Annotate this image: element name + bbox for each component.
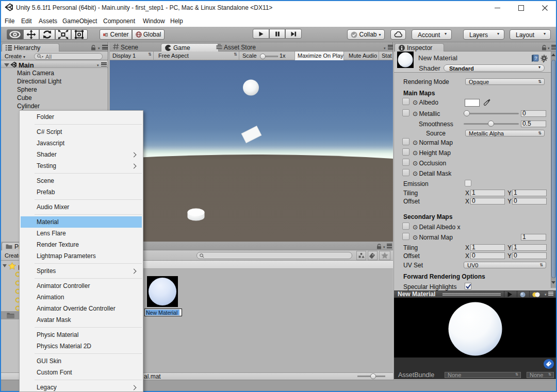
svg-text:?: ? — [534, 56, 537, 61]
